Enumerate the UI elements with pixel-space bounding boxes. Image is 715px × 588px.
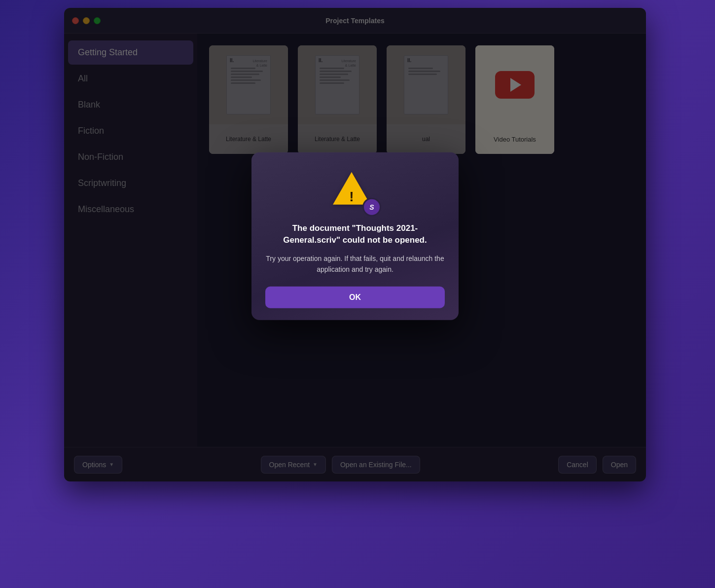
alert-icon-area: ! S xyxy=(333,168,377,213)
main-window: Project Templates Getting Started All Bl… xyxy=(64,8,646,481)
alert-ok-button[interactable]: OK xyxy=(265,287,445,308)
alert-dialog: ! S The document "Thoughts 2021-General.… xyxy=(251,152,459,320)
alert-title: The document "Thoughts 2021-General.scri… xyxy=(265,222,445,246)
scrivener-badge-icon: S xyxy=(362,198,381,217)
warning-exclamation: ! xyxy=(349,190,354,204)
alert-message: Try your operation again. If that fails,… xyxy=(265,253,445,275)
